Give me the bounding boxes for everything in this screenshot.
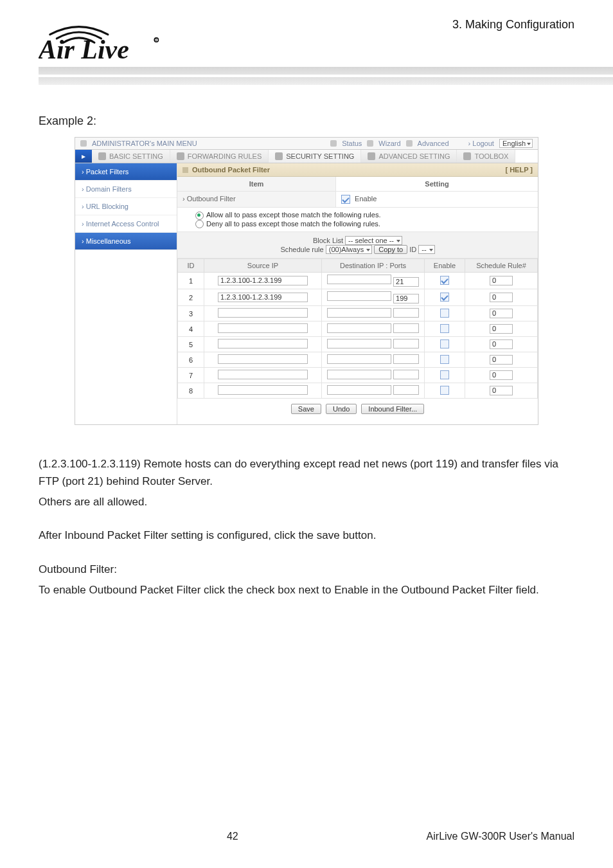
header-stripe xyxy=(39,67,613,89)
dest-port-input[interactable] xyxy=(393,339,419,348)
source-ip-input[interactable]: 1.2.3.100-1.2.3.199 xyxy=(218,276,308,285)
sidebar-item-miscellaneous[interactable]: › Miscellaneous xyxy=(75,233,177,250)
th-id: ID xyxy=(178,259,204,273)
table-row: 4 0 xyxy=(178,321,538,337)
tab-basic-setting[interactable]: BASIC SETTING xyxy=(92,150,170,163)
row-enable-checkbox[interactable] xyxy=(440,276,449,285)
tab-advanced-setting[interactable]: ADVANCED SETTING xyxy=(361,150,457,163)
dest-port-input[interactable] xyxy=(393,308,419,318)
sidebar-item-domain-filters[interactable]: › Domain Filters xyxy=(75,181,177,198)
schedule-rule-input[interactable]: 0 xyxy=(490,355,513,365)
topbar-wizard[interactable]: Wizard xyxy=(378,140,400,147)
table-row: 21.2.3.100-1.2.3.199 1990 xyxy=(178,289,538,306)
schedule-rule-input[interactable]: 0 xyxy=(490,386,513,395)
cell-id: 4 xyxy=(178,321,204,337)
row-enable-checkbox[interactable] xyxy=(440,309,449,318)
tab-toolbox[interactable]: TOOLBOX xyxy=(457,150,515,163)
security-icon xyxy=(275,152,283,160)
undo-button[interactable]: Undo xyxy=(326,404,357,414)
example-label: Example 2: xyxy=(39,114,574,128)
chapter-title: 3. Making Configuration xyxy=(452,15,574,32)
row-enable-checkbox[interactable] xyxy=(440,324,449,333)
help-link[interactable]: [ HELP ] xyxy=(505,166,533,174)
topbar-advanced[interactable]: Advanced xyxy=(418,140,449,147)
main-menu-label: ADMINISTRATOR's MAIN MENU xyxy=(92,140,197,147)
svg-text:R: R xyxy=(154,38,157,42)
block-list-label: Block List xyxy=(313,237,343,244)
dest-ip-input[interactable] xyxy=(327,385,391,395)
enable-checkbox[interactable] xyxy=(341,195,350,204)
doc-paragraph-3: After Inbound Packet Filter setting is c… xyxy=(39,527,574,544)
topbar-logout[interactable]: › Logout xyxy=(468,140,494,147)
source-ip-input[interactable] xyxy=(218,385,308,395)
cell-id: 1 xyxy=(178,273,204,289)
dest-ip-input[interactable] xyxy=(327,339,391,348)
svg-text:Air Live: Air Live xyxy=(39,35,129,63)
language-select[interactable]: English xyxy=(499,139,533,148)
cell-id: 6 xyxy=(178,352,204,368)
table-row: 11.2.3.100-1.2.3.199 210 xyxy=(178,273,538,289)
allow-label: Allow all to pass except those match the… xyxy=(206,211,380,219)
dest-port-input[interactable] xyxy=(393,354,419,364)
source-ip-input[interactable] xyxy=(218,370,308,379)
save-button[interactable]: Save xyxy=(291,404,321,414)
sidebar: › Packet Filters › Domain Filters › URL … xyxy=(75,163,177,424)
sidebar-item-url-blocking[interactable]: › URL Blocking xyxy=(75,198,177,215)
sidebar-item-packet-filters[interactable]: › Packet Filters xyxy=(75,163,177,181)
cell-id: 8 xyxy=(178,383,204,399)
dest-port-input[interactable] xyxy=(393,323,419,333)
th-source: Source IP xyxy=(204,259,322,273)
source-ip-input[interactable] xyxy=(218,323,308,333)
schedule-rule-input[interactable]: 0 xyxy=(490,370,513,380)
source-ip-input[interactable] xyxy=(218,354,308,364)
deny-label: Deny all to pass except those match the … xyxy=(206,220,380,228)
advanced-icon xyxy=(406,140,413,147)
dest-ip-input[interactable] xyxy=(327,275,391,284)
source-ip-input[interactable]: 1.2.3.100-1.2.3.199 xyxy=(218,293,308,302)
doc-paragraph-5: To enable Outbound Packet Filter click t… xyxy=(39,582,574,599)
schedule-rule-input[interactable]: 0 xyxy=(490,324,513,334)
allow-radio[interactable] xyxy=(195,212,204,220)
row-enable-checkbox[interactable] xyxy=(440,370,449,379)
doc-paragraph-2: Others are all allowed. xyxy=(39,494,574,511)
dest-ip-input[interactable] xyxy=(327,291,391,301)
schedule-rule-input[interactable]: 0 xyxy=(490,276,513,285)
forwarding-icon xyxy=(177,152,184,160)
schedule-rule-input[interactable]: 0 xyxy=(490,293,513,302)
block-list-select[interactable]: -- select one -- xyxy=(345,236,402,245)
router-admin-screenshot: ADMINISTRATOR's MAIN MENU Status Wizard … xyxy=(75,137,538,425)
copy-to-id-select[interactable]: -- xyxy=(418,245,434,254)
cell-id: 2 xyxy=(178,289,204,306)
schedule-rule-input[interactable]: 0 xyxy=(490,309,513,318)
dest-port-input[interactable]: 199 xyxy=(393,294,419,303)
row-enable-checkbox[interactable] xyxy=(440,293,449,302)
column-header-setting: Setting xyxy=(336,177,538,191)
sidebar-item-internet-access-control[interactable]: › Internet Access Control xyxy=(75,215,177,233)
row-enable-checkbox[interactable] xyxy=(440,355,449,364)
cell-id: 5 xyxy=(178,337,204,352)
dest-ip-input[interactable] xyxy=(327,354,391,364)
inbound-filter-button[interactable]: Inbound Filter... xyxy=(361,404,424,414)
dest-port-input[interactable] xyxy=(393,370,419,379)
tab-security-setting[interactable]: SECURITY SETTING xyxy=(269,150,361,163)
tab-forwarding-rules[interactable]: FORWARDING RULES xyxy=(170,150,269,163)
dest-ip-input[interactable] xyxy=(327,308,391,318)
source-ip-input[interactable] xyxy=(218,308,308,318)
dest-port-input[interactable]: 21 xyxy=(393,277,419,287)
source-ip-input[interactable] xyxy=(218,339,308,348)
dest-ip-input[interactable] xyxy=(327,370,391,379)
dest-ip-input[interactable] xyxy=(327,323,391,333)
schedule-rule-select[interactable]: (00)Always xyxy=(326,245,372,254)
enable-label: Enable xyxy=(355,195,377,203)
row-enable-checkbox[interactable] xyxy=(440,339,449,348)
deny-radio[interactable] xyxy=(195,220,204,228)
dest-port-input[interactable] xyxy=(393,385,419,395)
advanced-tab-icon xyxy=(368,152,375,160)
page-number: 42 xyxy=(39,831,427,842)
topbar-status[interactable]: Status xyxy=(342,140,362,147)
copy-to-button[interactable]: Copy to xyxy=(374,245,407,254)
schedule-rule-input[interactable]: 0 xyxy=(490,339,513,349)
outbound-filter-row-label: Outbound Filter xyxy=(187,195,236,203)
table-row: 8 0 xyxy=(178,383,538,399)
row-enable-checkbox[interactable] xyxy=(440,386,449,395)
